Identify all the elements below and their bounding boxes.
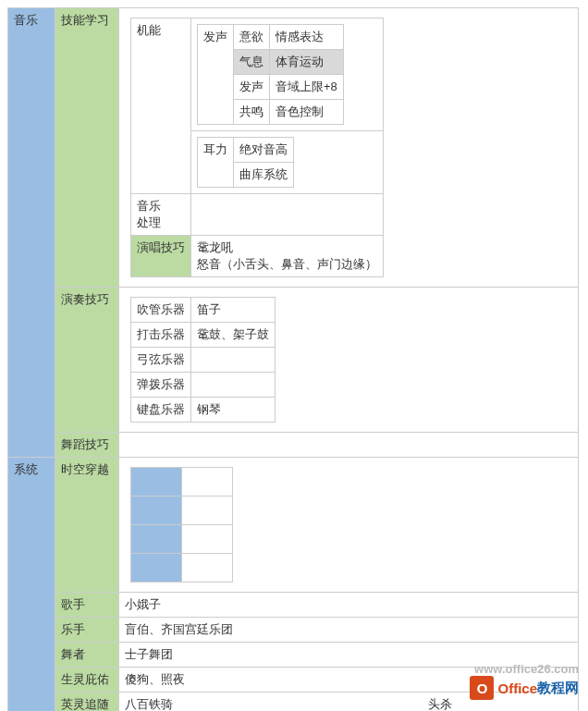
time-travel-label: 时空穿越 <box>55 458 119 593</box>
dance-skill-content <box>118 433 578 458</box>
dance-skill-label: 舞蹈技巧 <box>55 433 119 458</box>
skill-learning-content: 机能 发声 意欲 情感表达 气息 体育运动 <box>118 8 578 288</box>
vocal-row-v: 情感表达 <box>269 25 343 50</box>
vocal-row-k: 共鸣 <box>233 100 269 125</box>
singer-label: 歌手 <box>55 593 119 618</box>
instr-k: 弓弦乐器 <box>130 348 190 373</box>
instr-v <box>190 348 275 373</box>
skill-learning-label: 技能学习 <box>55 8 119 288</box>
function-label: 机能 <box>130 18 190 194</box>
musician-label: 乐手 <box>55 618 119 643</box>
section-system: 系统 <box>8 458 55 712</box>
vocal-row-k: 发声 <box>233 75 269 100</box>
instr-k: 吹管乐器 <box>130 298 190 323</box>
grid-cell <box>130 468 181 496</box>
perform-table: 吹管乐器笛子 打击乐器鼋鼓、架子鼓 弓弦乐器 弹拨乐器 键盘乐器钢琴 <box>130 297 276 423</box>
grid-cell <box>181 496 232 525</box>
vocal-row-k: 气息 <box>233 50 269 75</box>
watermark-logo-icon: O <box>470 676 494 700</box>
guardian-label: 生灵庇佑 <box>55 668 119 693</box>
ear-v1: 绝对音高 <box>233 138 293 163</box>
instr-v: 笛子 <box>190 298 275 323</box>
singing-skill-label: 演唱技巧 <box>130 236 190 277</box>
ear-label: 耳力 <box>197 138 233 188</box>
time-travel-content <box>118 458 578 593</box>
grid-cell <box>130 554 181 582</box>
spirit-label: 英灵追随 <box>55 693 119 712</box>
musician-value: 盲伯、齐国宫廷乐团 <box>118 618 578 643</box>
grid-cell <box>181 554 232 582</box>
vocal-row-v: 音色控制 <box>269 100 343 125</box>
vocalization-table: 发声 意欲 情感表达 气息 体育运动 发声 音域上限+8 <box>197 24 344 125</box>
singer-value: 小娥子 <box>118 593 578 618</box>
ear-table: 耳力 绝对音高 曲库系统 <box>197 137 294 188</box>
section-music: 音乐 <box>8 8 55 458</box>
perform-skill-label: 演奏技巧 <box>55 288 119 433</box>
vocal-row-v: 音域上限+8 <box>269 75 343 100</box>
instr-k: 打击乐器 <box>130 323 190 348</box>
instr-k: 弹拨乐器 <box>130 373 190 398</box>
watermark: www.office26.com O Office 教程网 <box>470 676 579 700</box>
music-handling-label: 音乐 处理 <box>130 194 190 236</box>
function-table: 机能 发声 意欲 情感表达 气息 体育运动 <box>130 18 384 277</box>
vocalization-label: 发声 <box>197 25 233 125</box>
ear-v2: 曲库系统 <box>233 163 293 188</box>
grid-cell <box>130 525 181 554</box>
watermark-text1: Office <box>497 680 537 696</box>
vocal-row-k: 意欲 <box>233 25 269 50</box>
instr-v: 鼋鼓、架子鼓 <box>190 323 275 348</box>
watermark-text2: 教程网 <box>537 680 579 697</box>
instr-v: 钢琴 <box>190 398 275 423</box>
instr-v <box>190 373 275 398</box>
singing-skill-value: 鼋龙吼 怒音（小舌头、鼻音、声门边缘） <box>190 236 383 277</box>
watermark-url: www.office26.com <box>474 662 579 676</box>
music-handling-value <box>190 194 383 236</box>
grid-cell <box>130 496 181 525</box>
dancer-label: 舞者 <box>55 643 119 668</box>
grid-cell <box>181 525 232 554</box>
vocal-row-v: 体育运动 <box>269 50 343 75</box>
perform-skill-content: 吹管乐器笛子 打击乐器鼋鼓、架子鼓 弓弦乐器 弹拨乐器 键盘乐器钢琴 <box>118 288 578 433</box>
time-travel-grid <box>130 467 233 582</box>
instr-k: 键盘乐器 <box>130 398 190 423</box>
main-table: 音乐 技能学习 机能 发声 意欲 情感表达 气息 <box>7 7 579 711</box>
grid-cell <box>181 468 232 496</box>
